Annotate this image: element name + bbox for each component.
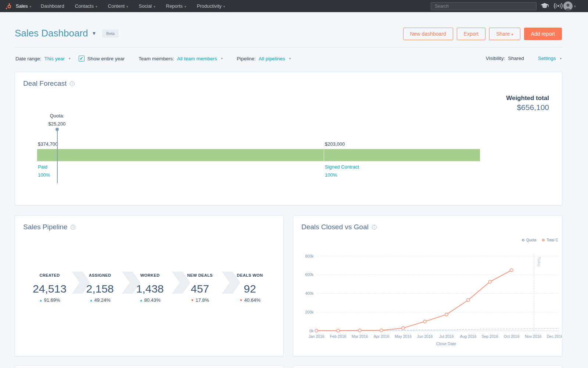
avatar[interactable] bbox=[563, 1, 573, 11]
settings-link[interactable]: Settings bbox=[538, 56, 556, 61]
x-tick-label: May 2016 bbox=[395, 334, 412, 339]
search-input[interactable] bbox=[431, 2, 537, 10]
funnel-stage-new-deals[interactable]: NEW DEALS457▼17.8% bbox=[175, 273, 225, 303]
x-tick-label: Dec 2016 bbox=[547, 334, 562, 339]
forecast-segment[interactable] bbox=[324, 149, 480, 161]
nav-item-label: Sales bbox=[16, 3, 28, 9]
forecast-segment[interactable] bbox=[37, 149, 324, 161]
funnel-stage-worked[interactable]: WORKED1,438▲80.43% bbox=[125, 273, 175, 303]
team-members-select[interactable]: All team members bbox=[177, 56, 217, 61]
y-tick-label: 800k bbox=[305, 254, 314, 258]
data-point-marker[interactable] bbox=[402, 326, 405, 329]
nav-item-label: Dashboard bbox=[41, 3, 64, 9]
team-members-caret-icon[interactable]: ▾ bbox=[221, 57, 223, 60]
nav-item-social[interactable]: Social bbox=[139, 3, 155, 9]
forecast-bar bbox=[37, 149, 480, 161]
sales-pipeline-title: Sales Pipeline bbox=[23, 223, 67, 231]
delta-value: 80.43% bbox=[144, 297, 160, 303]
academy-cap-icon[interactable] bbox=[540, 2, 549, 11]
nav-caret-icon bbox=[28, 3, 32, 9]
funnel-stage-created[interactable]: CREATED24,513▲91.69% bbox=[25, 273, 75, 303]
nav-caret-icon bbox=[125, 3, 128, 9]
x-tick-label: Sep 2016 bbox=[482, 334, 498, 339]
stage-value: 24,513 bbox=[25, 283, 75, 295]
nav-item-sales[interactable]: Sales bbox=[16, 3, 31, 9]
avatar-caret-icon[interactable]: ▾ bbox=[574, 4, 576, 8]
visibility-value: Shared bbox=[508, 56, 524, 61]
nav-item-label: Productivity bbox=[197, 3, 222, 9]
x-tick-label: Nov 2016 bbox=[525, 334, 542, 339]
title-dropdown-caret-icon[interactable]: ▼ bbox=[92, 31, 96, 36]
funnel-stage-assigned[interactable]: ASSIGNED2,158▲49.24% bbox=[75, 273, 125, 303]
data-point-marker[interactable] bbox=[488, 280, 491, 283]
legend-label: Quota bbox=[526, 238, 536, 242]
nav-item-content[interactable]: Content bbox=[108, 3, 128, 9]
quota-value: $25,200 bbox=[49, 121, 66, 127]
deal-forecast-title: Deal Forecast bbox=[23, 79, 67, 88]
beta-badge: Beta bbox=[102, 29, 119, 38]
x-tick-label: Mar 2016 bbox=[352, 334, 368, 339]
data-point-marker[interactable] bbox=[358, 329, 361, 332]
date-range-select[interactable]: This year bbox=[44, 56, 65, 61]
hubspot-logo-icon[interactable] bbox=[5, 3, 11, 10]
x-tick-label: Oct 2016 bbox=[504, 334, 520, 339]
quota-marker-line bbox=[57, 130, 58, 183]
funnel-stage-deals-won[interactable]: DEALS WON92▼40.64% bbox=[225, 273, 275, 303]
stage-delta: ▼17.8% bbox=[175, 297, 225, 303]
info-icon[interactable] bbox=[70, 81, 75, 86]
top-nav: SalesDashboardContactsContentSocialRepor… bbox=[0, 0, 588, 12]
date-range-caret-icon[interactable]: ▾ bbox=[69, 57, 71, 60]
delta-up-icon: ▲ bbox=[39, 298, 42, 302]
x-tick-label: Apr 2016 bbox=[374, 334, 390, 339]
pipeline-select[interactable]: All pipelines bbox=[259, 56, 285, 61]
legend-label: Total C bbox=[546, 238, 558, 242]
delta-up-icon: ▲ bbox=[139, 298, 143, 302]
new-dashboard-button[interactable]: New dashboard bbox=[403, 28, 453, 40]
segment-stage-link[interactable]: Signed Contract bbox=[325, 164, 359, 170]
total-closed-series-line[interactable] bbox=[316, 270, 512, 330]
y-tick-label: 200k bbox=[305, 310, 314, 314]
share-caret-icon: ▾ bbox=[512, 32, 513, 36]
stage-label: WORKED bbox=[125, 273, 175, 277]
stage-label: CREATED bbox=[25, 273, 75, 277]
nav-item-productivity[interactable]: Productivity bbox=[197, 3, 225, 9]
header-divider bbox=[15, 47, 562, 47]
info-icon[interactable] bbox=[71, 225, 75, 230]
legend-item-quota[interactable]: Quota bbox=[522, 238, 536, 242]
x-tick-label: Jul 2016 bbox=[439, 334, 454, 339]
deals-closed-chart: 0k200k400k600k800kJan 2016Feb 2016Mar 20… bbox=[293, 245, 562, 354]
data-point-marker[interactable] bbox=[467, 298, 470, 301]
data-point-marker[interactable] bbox=[445, 313, 448, 316]
export-button[interactable]: Export bbox=[457, 28, 485, 40]
nav-item-dashboard[interactable]: Dashboard bbox=[41, 3, 64, 9]
nav-caret-icon bbox=[94, 3, 97, 9]
today-label: Today bbox=[537, 257, 541, 267]
data-point-marker[interactable] bbox=[337, 329, 340, 332]
data-point-marker[interactable] bbox=[423, 320, 426, 323]
share-button[interactable]: Share▾ bbox=[489, 28, 520, 40]
delta-value: 17.8% bbox=[196, 297, 209, 303]
delta-down-icon: ▼ bbox=[239, 298, 243, 302]
stage-label: ASSIGNED bbox=[75, 273, 125, 277]
add-report-button[interactable]: Add report bbox=[524, 28, 562, 40]
legend-item-total-c[interactable]: Total C bbox=[542, 238, 558, 242]
next-row-card-right bbox=[293, 365, 562, 368]
date-range-label: Date range: bbox=[15, 56, 42, 61]
info-icon[interactable] bbox=[372, 225, 377, 230]
show-entire-year-checkbox[interactable] bbox=[79, 56, 85, 61]
data-point-marker[interactable] bbox=[315, 329, 318, 332]
delta-down-icon: ▼ bbox=[191, 298, 194, 302]
delta-value: 91.69% bbox=[44, 297, 60, 303]
y-tick-label: 400k bbox=[305, 291, 314, 296]
nav-item-contacts[interactable]: Contacts bbox=[75, 3, 97, 9]
data-point-marker[interactable] bbox=[380, 329, 383, 332]
data-point-marker[interactable] bbox=[510, 269, 513, 272]
settings-caret-icon[interactable]: ▾ bbox=[560, 57, 562, 60]
broadcast-icon[interactable] bbox=[553, 3, 563, 11]
pipeline-caret-icon[interactable]: ▾ bbox=[289, 57, 291, 60]
x-tick-label: Aug 2016 bbox=[460, 334, 477, 339]
weighted-total-value: $656,100 bbox=[517, 103, 549, 112]
y-tick-label: 600k bbox=[305, 272, 314, 277]
segment-stage-link[interactable]: Paid bbox=[38, 164, 47, 170]
nav-item-reports[interactable]: Reports bbox=[166, 3, 186, 9]
